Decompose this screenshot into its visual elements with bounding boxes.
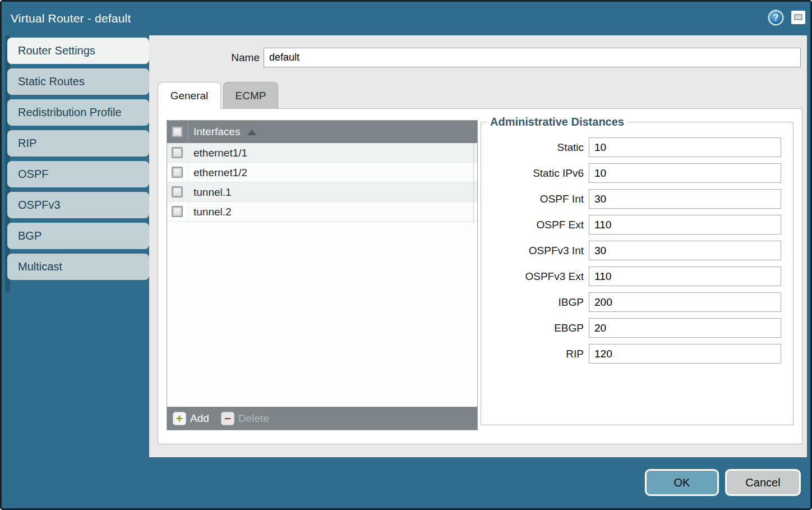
- table-row[interactable]: tunnel.1: [167, 182, 477, 202]
- field-row: OSPFv3 Int: [481, 241, 793, 260]
- sidebar-item[interactable]: OSPF: [7, 161, 149, 187]
- row-divider: [188, 182, 188, 201]
- field-input[interactable]: [589, 318, 781, 338]
- administrative-distances-legend: Administrative Distances: [487, 116, 628, 128]
- field-row: Static IPv6: [481, 163, 793, 183]
- interface-name: ethernet1/2: [193, 163, 247, 182]
- sidebar: Router Settings Static Routes Redistribu…: [7, 38, 149, 284]
- titlebar: Virtual Router - default ?: [2, 2, 810, 35]
- table-row[interactable]: ethernet1/1: [167, 143, 477, 163]
- interfaces-column-header[interactable]: Interfaces: [193, 121, 240, 143]
- field-input[interactable]: [589, 344, 781, 364]
- delete-button-label: Delete: [238, 412, 269, 425]
- name-input[interactable]: [264, 48, 801, 67]
- field-label: OSPF Int: [481, 193, 589, 205]
- sidebar-item-label: BGP: [18, 229, 41, 242]
- general-tab-panel: Interfaces ethernet1/1: [158, 108, 802, 444]
- tab-general[interactable]: General: [158, 82, 221, 109]
- field-row: OSPFv3 Ext: [481, 267, 793, 286]
- field-label: OSPFv3 Int: [481, 245, 589, 257]
- field-input[interactable]: [589, 267, 781, 286]
- minus-icon: −: [221, 412, 234, 425]
- interfaces-table-header[interactable]: Interfaces: [167, 121, 477, 143]
- field-label: OSPF Ext: [481, 219, 589, 231]
- interface-name: ethernet1/1: [193, 143, 247, 163]
- row-checkbox[interactable]: [172, 167, 183, 178]
- field-row: EBGP: [481, 318, 793, 338]
- field-input[interactable]: [589, 189, 781, 209]
- field-input[interactable]: [589, 163, 781, 183]
- cancel-button[interactable]: Cancel: [725, 469, 801, 496]
- field-row: OSPF Int: [481, 189, 793, 209]
- administrative-distances-fieldset: Administrative Distances Static Static I…: [481, 116, 793, 425]
- plus-icon: +: [173, 412, 186, 425]
- scrollbar-track[interactable]: [473, 143, 474, 223]
- tab-ecmp[interactable]: ECMP: [223, 82, 278, 109]
- header-divider: [188, 122, 188, 142]
- virtual-router-dialog: Virtual Router - default ? Router Settin…: [0, 0, 812, 510]
- field-label: RIP: [481, 348, 589, 360]
- admin-distance-fields: Static Static IPv6 OSPF Int: [481, 137, 793, 364]
- sort-ascending-icon[interactable]: [247, 130, 256, 135]
- table-footer: + Add − Delete: [167, 407, 477, 430]
- help-icon[interactable]: ?: [768, 10, 783, 25]
- maximize-icon-inner: [794, 14, 802, 20]
- interfaces-table-body: ethernet1/1 ethernet1/2 tunnel.1: [167, 143, 477, 222]
- field-label: IBGP: [481, 296, 589, 309]
- maximize-icon[interactable]: [791, 11, 805, 24]
- field-input[interactable]: [589, 215, 781, 235]
- table-row[interactable]: tunnel.2: [167, 202, 477, 222]
- row-divider: [188, 143, 188, 162]
- interface-name: tunnel.2: [193, 202, 232, 222]
- add-button[interactable]: + Add: [173, 407, 209, 430]
- name-label: Name: [149, 48, 260, 67]
- delete-button[interactable]: − Delete: [221, 407, 269, 430]
- sidebar-item-label: RIP: [18, 137, 36, 149]
- add-button-label: Add: [190, 412, 209, 425]
- sidebar-item[interactable]: Static Routes: [7, 68, 149, 95]
- interfaces-table: Interfaces ethernet1/1: [167, 120, 478, 430]
- sidebar-item-label: Static Routes: [18, 75, 85, 88]
- sidebar-item-label: OSPF: [18, 168, 48, 180]
- table-row[interactable]: ethernet1/2: [167, 163, 477, 182]
- field-input[interactable]: [589, 241, 781, 260]
- field-label: Static: [481, 141, 589, 154]
- field-row: IBGP: [481, 292, 793, 312]
- select-all-checkbox[interactable]: [172, 126, 183, 137]
- row-checkbox[interactable]: [172, 186, 183, 197]
- sidebar-item-label: OSPFv3: [18, 199, 61, 211]
- sidebar-item-label: Redistribution Profile: [18, 106, 122, 118]
- row-checkbox[interactable]: [172, 147, 183, 158]
- dialog-title: Virtual Router - default: [11, 2, 131, 35]
- field-input[interactable]: [589, 137, 781, 157]
- row-divider: [188, 202, 188, 221]
- field-label: Static IPv6: [481, 167, 589, 180]
- sidebar-item[interactable]: Redistribution Profile: [7, 99, 149, 126]
- field-row: OSPF Ext: [481, 215, 793, 235]
- sidebar-item[interactable]: Router Settings: [7, 38, 149, 64]
- sidebar-item-label: Multicast: [18, 260, 62, 273]
- interface-name: tunnel.1: [193, 182, 232, 202]
- tabstrip: General ECMP: [149, 82, 807, 109]
- row-checkbox[interactable]: [172, 206, 183, 217]
- sidebar-item[interactable]: RIP: [7, 130, 149, 157]
- ok-button[interactable]: OK: [645, 469, 719, 496]
- row-divider: [188, 163, 188, 182]
- field-label: OSPFv3 Ext: [481, 270, 589, 283]
- sidebar-item[interactable]: BGP: [7, 223, 149, 249]
- sidebar-item-label: Router Settings: [18, 44, 95, 57]
- field-row: RIP: [481, 344, 793, 364]
- sidebar-item[interactable]: Multicast: [7, 254, 149, 280]
- main-content: Name General ECMP Interfaces: [149, 35, 807, 457]
- field-row: Static: [481, 137, 793, 157]
- field-label: EBGP: [481, 322, 589, 334]
- field-input[interactable]: [589, 292, 781, 312]
- sidebar-item[interactable]: OSPFv3: [7, 192, 149, 218]
